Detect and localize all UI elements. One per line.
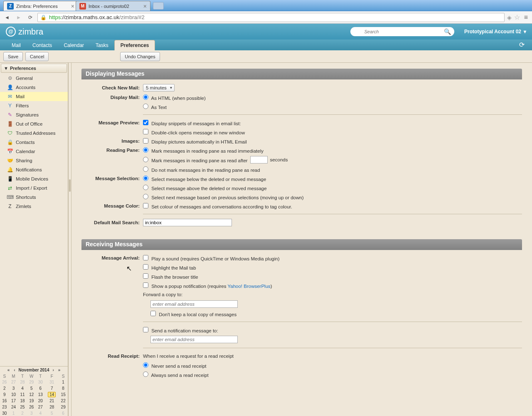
mail-scope-icon[interactable]: ✉ ▾ [354, 29, 362, 35]
cal-day[interactable]: 31 [45, 379, 59, 385]
cal-day[interactable]: 29 [27, 379, 36, 385]
sidebar-item-out-of-office[interactable]: 🚪Out of Office [0, 119, 68, 129]
cal-day[interactable]: 27 [36, 404, 45, 410]
snippets-checkbox[interactable]: Display snippets of messages in email li… [143, 120, 241, 126]
cal-day[interactable]: 2 [18, 410, 27, 416]
sidebar-item-accounts[interactable]: 👤Accounts [0, 83, 68, 92]
forward-button[interactable]: ► [14, 13, 23, 22]
cal-day[interactable]: 1 [9, 410, 18, 416]
cal-day[interactable]: 30 [0, 410, 9, 416]
forward-email-input[interactable] [150, 300, 238, 308]
cal-day[interactable]: 17 [9, 398, 18, 404]
address-bar[interactable]: 🔒 https://zimbra.maths.ox.ac.uk/zimbra/#… [37, 13, 505, 22]
cal-day[interactable]: 24 [9, 404, 18, 410]
cal-day[interactable]: 7 [45, 385, 59, 391]
cal-day[interactable]: 26 [0, 379, 9, 385]
extension-icon[interactable]: ◈ [507, 14, 512, 21]
cal-day[interactable]: 29 [59, 404, 68, 410]
cal-day[interactable]: 25 [18, 404, 27, 410]
cal-day[interactable]: 14 [45, 391, 59, 398]
close-tab-icon[interactable]: × [71, 3, 74, 10]
cal-day[interactable]: 18 [18, 398, 27, 404]
cal-day[interactable]: 23 [0, 404, 9, 410]
cal-day[interactable]: 4 [18, 385, 27, 391]
rr-always-radio[interactable]: Always send a read receipt [143, 371, 209, 378]
cal-next-year-icon[interactable]: » [57, 368, 62, 372]
cal-day[interactable]: 15 [59, 391, 68, 398]
undo-changes-button[interactable]: Undo Changes [120, 52, 160, 61]
cal-day[interactable]: 5 [45, 410, 59, 416]
display-mail-html-radio[interactable]: As HTML (when possible) [143, 94, 206, 101]
new-tab-button[interactable] [153, 2, 164, 10]
cal-day[interactable]: 26 [27, 404, 36, 410]
sidebar-item-signatures[interactable]: ✎Signatures [0, 110, 68, 119]
cal-day[interactable]: 10 [9, 391, 18, 398]
cal-day[interactable]: 20 [36, 398, 45, 404]
back-button[interactable]: ◄ [2, 13, 12, 22]
sidebar-item-general[interactable]: ⚙General [0, 74, 68, 83]
dont-keep-checkbox[interactable]: Don't keep a local copy of messages [150, 311, 236, 317]
select-above-radio[interactable]: Select message above the deleted or move… [143, 185, 267, 191]
tab-calendar[interactable]: Calendar [58, 40, 90, 50]
cal-day[interactable]: 12 [27, 391, 36, 398]
rr-never-radio[interactable]: Never send a read receipt [143, 362, 207, 369]
tab-mail[interactable]: Mail [6, 40, 27, 50]
sidebar-item-import-export[interactable]: ⇄Import / Export [0, 183, 68, 193]
cal-day[interactable]: 16 [0, 398, 9, 404]
cal-day[interactable]: 28 [18, 379, 27, 385]
send-notif-checkbox[interactable]: Send a notification message to: [143, 327, 218, 333]
search-input[interactable] [364, 29, 441, 34]
sidebar-item-filters[interactable]: YFilters [0, 101, 68, 110]
reading-pane-delay-radio[interactable]: Mark messages in reading pane as read af… [143, 157, 248, 163]
cal-day[interactable]: 9 [0, 391, 9, 398]
cal-day[interactable]: 27 [9, 379, 18, 385]
close-tab-icon[interactable]: × [143, 3, 147, 10]
tab-contacts[interactable]: Contacts [27, 40, 58, 50]
splitter[interactable] [68, 63, 71, 416]
check-new-mail-select[interactable]: 5 minutes [143, 84, 175, 92]
reading-pane-none-radio[interactable]: Do not mark messages in the reading pane… [143, 166, 260, 173]
select-below-radio[interactable]: Select message below the deleted or move… [143, 176, 266, 182]
sidebar-item-trusted-addresses[interactable]: 🛡Trusted Addresses [0, 129, 68, 138]
cal-day[interactable]: 28 [45, 404, 59, 410]
cal-day[interactable]: 3 [27, 410, 36, 416]
browserplus-link[interactable]: Yahoo! BrowserPlus [227, 284, 270, 289]
sidebar-item-sharing[interactable]: 🤝Sharing [0, 156, 68, 165]
sidebar-item-mobile-devices[interactable]: 📱Mobile Devices [0, 174, 68, 183]
sidebar-item-shortcuts[interactable]: ⌨Shortcuts [0, 193, 68, 202]
display-mail-text-radio[interactable]: As Text [143, 104, 167, 110]
cal-day[interactable]: 4 [36, 410, 45, 416]
sidebar-item-zimlets[interactable]: ZZimlets [0, 202, 68, 211]
search-icon[interactable]: 🔍 [444, 28, 451, 35]
cal-day[interactable]: 8 [59, 385, 68, 391]
play-sound-checkbox[interactable]: Play a sound (requires QuickTime or Wind… [143, 255, 280, 261]
cal-day[interactable]: 21 [45, 398, 59, 404]
doubleclick-checkbox[interactable]: Double-click opens message in new window [143, 129, 245, 135]
chrome-menu-icon[interactable]: ≡ [522, 14, 530, 21]
message-color-checkbox[interactable]: Set colour of messages and conversations… [143, 203, 292, 209]
flash-title-checkbox[interactable]: Flash the browser title [143, 273, 198, 280]
sidebar-item-calendar[interactable]: 📅Calendar [0, 147, 68, 156]
save-button[interactable]: Save [3, 52, 23, 61]
cal-day[interactable]: 5 [27, 385, 36, 391]
popup-notif-checkbox[interactable]: Show a popup notification (requires Yaho… [143, 282, 272, 289]
cal-day[interactable]: 6 [36, 385, 45, 391]
default-search-input[interactable] [143, 219, 232, 226]
sidebar-item-notifications[interactable]: 🔔Notifications [0, 165, 68, 174]
browser-tab-active[interactable]: Z Zimbra: Preferences × [3, 1, 78, 11]
sidebar-item-mail[interactable]: ✉Mail [0, 92, 68, 101]
browser-tab-inactive[interactable]: M Inbox - oumiproto02 × [76, 1, 150, 11]
reading-pane-seconds-input[interactable] [250, 156, 268, 163]
cal-day[interactable]: 22 [59, 398, 68, 404]
bookmark-star-icon[interactable]: ☆ [514, 13, 520, 21]
reload-button[interactable]: ⟳ [26, 13, 35, 22]
cal-day[interactable]: 11 [18, 391, 27, 398]
sidebar-header[interactable]: ▼ Preferences [1, 64, 67, 73]
notif-email-input[interactable] [150, 336, 238, 343]
cancel-button[interactable]: Cancel [25, 52, 49, 61]
cal-day[interactable]: 2 [0, 385, 9, 391]
refresh-icon[interactable]: ⟳ [517, 39, 526, 50]
zimbra-logo[interactable]: @ zimbra [6, 27, 43, 37]
cal-prev-year-icon[interactable]: « [7, 368, 11, 372]
reading-pane-immediate-radio[interactable]: Mark messages in reading pane as read im… [143, 147, 264, 154]
